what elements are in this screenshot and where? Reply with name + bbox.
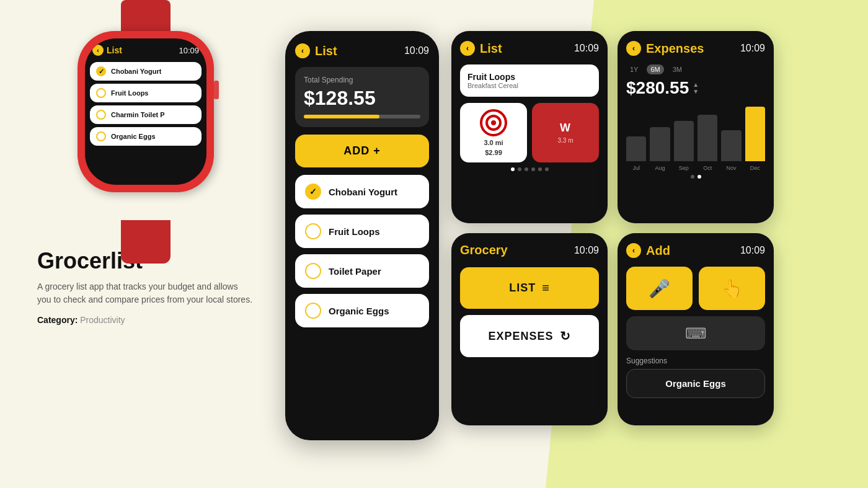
check-empty-icon — [96, 88, 106, 98]
store-distance-red: 3.3 m — [557, 137, 573, 144]
progress-bar-fill — [304, 115, 379, 118]
label-jul: Jul — [626, 165, 646, 171]
add-button[interactable]: ADD + — [295, 135, 429, 167]
list-icon: ≡ — [542, 281, 550, 295]
label-oct: Oct — [698, 165, 717, 171]
add-screen: ‹ Add 10:09 🎤 👆 ⌨ Suggestions Organic Eg… — [618, 233, 774, 425]
bar-sep — [674, 121, 694, 161]
keyboard-icon: ⌨ — [685, 325, 707, 342]
screen-time: 10:09 — [740, 43, 765, 54]
keyboard-button[interactable]: ⌨ — [626, 316, 765, 350]
screen-time: 10:09 — [574, 43, 599, 54]
filter-3m[interactable]: 3M — [669, 64, 686, 74]
category-value: Productivity — [80, 315, 125, 325]
expenses-icon: ↻ — [560, 329, 571, 344]
screen-header: Grocery 10:09 — [460, 243, 599, 257]
watch-back-button[interactable]: ‹ — [92, 45, 104, 56]
chart-pagination — [626, 175, 765, 179]
expenses-label: EXPENSES — [488, 330, 553, 343]
expenses-button[interactable]: EXPENSES ↻ — [460, 315, 599, 357]
check-empty-icon — [305, 303, 321, 319]
watch-mockup: ‹ List 10:09 ✓ Chobani Yogurt Fruit Loop… — [78, 31, 214, 229]
target-logo-icon — [480, 109, 507, 136]
label-aug: Aug — [650, 165, 670, 171]
screen-title: Add — [646, 244, 670, 258]
screen-title: Expenses — [646, 42, 704, 56]
suggestions-label: Suggestions — [626, 357, 765, 365]
mic-button[interactable]: 🎤 — [626, 267, 693, 310]
item-name: Chobani Yogurt — [329, 187, 397, 197]
filter-6m[interactable]: 6M — [647, 64, 663, 74]
list-item[interactable]: ✓ Chobani Yogurt — [295, 175, 429, 208]
label-dec: Dec — [745, 165, 765, 171]
screen-title: List — [315, 44, 337, 58]
hand-button[interactable]: 👆 — [699, 267, 765, 310]
store-list-screen: ‹ List 10:09 Fruit Loops Breakfast Cerea… — [451, 31, 608, 223]
dot — [545, 167, 549, 171]
item-name: Chobani Yogurt — [111, 68, 161, 75]
svg-point-2 — [491, 120, 496, 125]
check-empty-icon — [96, 110, 106, 120]
screens-area: ‹ List 10:09 Total Spending $128.55 ADD … — [285, 31, 774, 440]
store-card-red[interactable]: W 3.3 m — [532, 103, 599, 162]
item-name: Toilet Paper — [329, 266, 381, 277]
expenses-chart-screen: ‹ Expenses 10:09 1Y 6M 3M $280.55 ▲ ▼ — [618, 31, 774, 223]
spending-amount: $128.55 — [304, 87, 420, 110]
watch-screen: ‹ List 10:09 ✓ Chobani Yogurt Fruit Loop… — [85, 38, 206, 185]
check-empty-icon — [305, 263, 321, 279]
app-description: A grocery list app that tracks your budg… — [37, 280, 254, 306]
list-item[interactable]: Charmin Toilet P — [90, 105, 202, 124]
watch-list: ✓ Chobani Yogurt Fruit Loops Charmin Toi… — [85, 60, 206, 148]
screen-time: 10:09 — [574, 245, 599, 256]
chart-filters: 1Y 6M 3M — [626, 64, 765, 74]
list-item[interactable]: Organic Eggs — [90, 127, 202, 146]
store-card-target[interactable]: 3.0 mi $2.99 — [460, 103, 527, 162]
item-subtitle: Breakfast Cereal — [467, 82, 591, 89]
back-button[interactable]: ‹ — [626, 41, 641, 56]
header-left: ‹ Expenses — [626, 41, 704, 56]
screen-time: 10:09 — [404, 45, 429, 56]
screen-time: 10:09 — [740, 245, 765, 256]
check-empty-icon — [305, 223, 321, 239]
chart-labels: Jul Aug Sep Oct Nov Dec — [626, 165, 765, 171]
dot — [518, 167, 521, 171]
pagination-dots — [460, 167, 599, 171]
watch-title: List — [107, 45, 122, 55]
progress-bar-background — [304, 115, 420, 118]
item-title: Fruit Loops — [467, 72, 591, 82]
dot — [525, 167, 528, 171]
list-button[interactable]: LIST ≡ — [460, 267, 599, 309]
header-left: ‹ List — [460, 41, 502, 56]
spending-card: Total Spending $128.55 — [295, 67, 429, 127]
suggestion-item[interactable]: Organic Eggs — [626, 369, 765, 398]
filter-1y[interactable]: 1Y — [626, 64, 642, 74]
item-name: Fruit Loops — [111, 89, 149, 97]
bar-dec — [745, 107, 765, 161]
screen-title: Grocery — [460, 243, 508, 257]
dot — [691, 175, 694, 179]
input-buttons: 🎤 👆 — [626, 267, 765, 310]
list-item[interactable]: Fruit Loops — [90, 84, 202, 102]
mic-icon: 🎤 — [649, 278, 670, 299]
screen-header: ‹ List 10:09 — [460, 41, 599, 56]
list-item[interactable]: Organic Eggs — [295, 294, 429, 327]
app-category: Category: Productivity — [37, 315, 254, 325]
dot — [531, 167, 535, 171]
item-name: Organic Eggs — [329, 306, 389, 316]
store-price: $2.99 — [485, 149, 502, 156]
screen-title: List — [480, 42, 502, 56]
back-button[interactable]: ‹ — [460, 41, 475, 56]
label-sep: Sep — [674, 165, 694, 171]
back-button[interactable]: ‹ — [295, 43, 310, 58]
list-item[interactable]: ✓ Chobani Yogurt — [90, 62, 202, 81]
left-section: ‹ List 10:09 ✓ Chobani Yogurt Fruit Loop… — [37, 31, 254, 325]
category-label: Category: — [37, 315, 78, 325]
list-item[interactable]: Fruit Loops — [295, 215, 429, 248]
screen-header: ‹ Add 10:09 — [626, 243, 765, 258]
list-item[interactable]: Toilet Paper — [295, 254, 429, 288]
item-name: Fruit Loops — [329, 226, 380, 237]
bar-aug — [650, 127, 670, 161]
watch-header: ‹ List 10:09 — [85, 38, 206, 60]
back-button[interactable]: ‹ — [626, 243, 641, 258]
chart-amount: $280.55 ▲ ▼ — [626, 78, 765, 98]
